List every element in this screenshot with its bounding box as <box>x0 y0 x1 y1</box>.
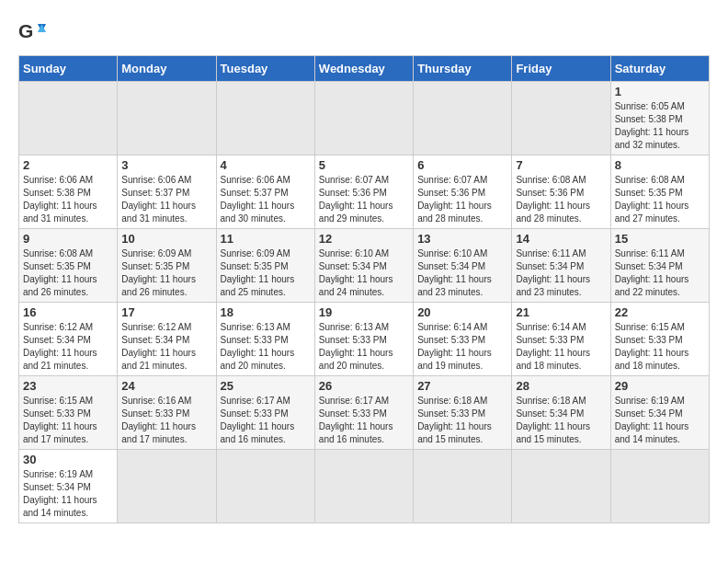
day-info: Sunrise: 6:16 AM Sunset: 5:33 PM Dayligh… <box>121 395 211 446</box>
day-info: Sunrise: 6:10 AM Sunset: 5:34 PM Dayligh… <box>417 247 507 299</box>
logo-icon: G <box>18 18 46 46</box>
calendar-cell: 15Sunrise: 6:11 AM Sunset: 5:34 PM Dayli… <box>610 229 709 303</box>
day-number: 5 <box>319 158 409 172</box>
day-number: 1 <box>615 85 705 98</box>
calendar-cell <box>118 450 216 523</box>
calendar-cell: 8Sunrise: 6:08 AM Sunset: 5:35 PM Daylig… <box>610 155 709 229</box>
calendar-cell: 17Sunrise: 6:12 AM Sunset: 5:34 PM Dayli… <box>118 303 216 376</box>
calendar-cell: 7Sunrise: 6:08 AM Sunset: 5:36 PM Daylig… <box>512 155 610 229</box>
day-info: Sunrise: 6:12 AM Sunset: 5:34 PM Dayligh… <box>121 321 211 373</box>
day-info: Sunrise: 6:06 AM Sunset: 5:37 PM Dayligh… <box>121 174 211 225</box>
calendar-header-friday: Friday <box>512 56 610 82</box>
day-info: Sunrise: 6:15 AM Sunset: 5:33 PM Dayligh… <box>615 321 705 373</box>
calendar-cell <box>414 82 512 155</box>
day-number: 8 <box>615 158 705 172</box>
day-number: 4 <box>221 158 311 172</box>
day-number: 20 <box>417 305 507 319</box>
day-info: Sunrise: 6:08 AM Sunset: 5:35 PM Dayligh… <box>615 174 705 225</box>
calendar-header-wednesday: Wednesday <box>314 56 413 82</box>
calendar-cell <box>216 82 314 155</box>
calendar-cell: 4Sunrise: 6:06 AM Sunset: 5:37 PM Daylig… <box>216 155 314 229</box>
day-number: 19 <box>319 305 409 319</box>
day-info: Sunrise: 6:07 AM Sunset: 5:36 PM Dayligh… <box>417 174 507 225</box>
calendar-cell <box>314 82 413 155</box>
calendar-cell: 12Sunrise: 6:10 AM Sunset: 5:34 PM Dayli… <box>314 229 413 303</box>
day-number: 6 <box>417 158 507 172</box>
calendar-header-sunday: Sunday <box>19 56 118 82</box>
calendar-header-row: SundayMondayTuesdayWednesdayThursdayFrid… <box>19 56 710 82</box>
day-number: 25 <box>221 379 311 393</box>
calendar-cell <box>216 450 314 523</box>
calendar-cell: 28Sunrise: 6:18 AM Sunset: 5:34 PM Dayli… <box>512 376 610 450</box>
day-number: 27 <box>417 379 507 393</box>
calendar-cell: 29Sunrise: 6:19 AM Sunset: 5:34 PM Dayli… <box>610 376 709 450</box>
day-number: 2 <box>23 158 113 172</box>
logo: G <box>18 18 50 46</box>
calendar-cell: 14Sunrise: 6:11 AM Sunset: 5:34 PM Dayli… <box>512 229 610 303</box>
day-number: 26 <box>319 379 409 393</box>
day-info: Sunrise: 6:18 AM Sunset: 5:33 PM Dayligh… <box>417 395 507 446</box>
calendar-cell: 13Sunrise: 6:10 AM Sunset: 5:34 PM Dayli… <box>414 229 512 303</box>
day-number: 15 <box>615 232 705 246</box>
calendar-cell: 22Sunrise: 6:15 AM Sunset: 5:33 PM Dayli… <box>610 303 709 376</box>
day-info: Sunrise: 6:18 AM Sunset: 5:34 PM Dayligh… <box>516 395 606 446</box>
calendar-week-6: 30Sunrise: 6:19 AM Sunset: 5:34 PM Dayli… <box>19 450 710 523</box>
calendar-table: SundayMondayTuesdayWednesdayThursdayFrid… <box>18 55 710 523</box>
day-info: Sunrise: 6:11 AM Sunset: 5:34 PM Dayligh… <box>615 247 705 299</box>
calendar-week-3: 9Sunrise: 6:08 AM Sunset: 5:35 PM Daylig… <box>19 229 710 303</box>
day-number: 13 <box>417 232 507 246</box>
calendar-cell: 10Sunrise: 6:09 AM Sunset: 5:35 PM Dayli… <box>118 229 216 303</box>
day-info: Sunrise: 6:07 AM Sunset: 5:36 PM Dayligh… <box>319 174 409 225</box>
calendar-cell: 18Sunrise: 6:13 AM Sunset: 5:33 PM Dayli… <box>216 303 314 376</box>
day-number: 14 <box>516 232 606 246</box>
day-info: Sunrise: 6:19 AM Sunset: 5:34 PM Dayligh… <box>23 468 113 520</box>
day-info: Sunrise: 6:19 AM Sunset: 5:34 PM Dayligh… <box>615 395 705 446</box>
day-number: 3 <box>121 158 211 172</box>
svg-text:G: G <box>18 20 33 41</box>
day-info: Sunrise: 6:05 AM Sunset: 5:38 PM Dayligh… <box>615 100 705 152</box>
calendar-cell: 23Sunrise: 6:15 AM Sunset: 5:33 PM Dayli… <box>19 376 118 450</box>
calendar-week-4: 16Sunrise: 6:12 AM Sunset: 5:34 PM Dayli… <box>19 303 710 376</box>
day-number: 30 <box>23 453 113 466</box>
calendar-header-tuesday: Tuesday <box>216 56 314 82</box>
day-info: Sunrise: 6:17 AM Sunset: 5:33 PM Dayligh… <box>319 395 409 446</box>
day-number: 21 <box>516 305 606 319</box>
calendar-cell: 20Sunrise: 6:14 AM Sunset: 5:33 PM Dayli… <box>414 303 512 376</box>
calendar-cell: 24Sunrise: 6:16 AM Sunset: 5:33 PM Dayli… <box>118 376 216 450</box>
day-number: 16 <box>23 305 113 319</box>
calendar-header-saturday: Saturday <box>610 56 709 82</box>
calendar-cell <box>512 82 610 155</box>
calendar-cell <box>314 450 413 523</box>
calendar-cell: 25Sunrise: 6:17 AM Sunset: 5:33 PM Dayli… <box>216 376 314 450</box>
day-number: 12 <box>319 232 409 246</box>
calendar-cell <box>19 82 118 155</box>
calendar-cell: 26Sunrise: 6:17 AM Sunset: 5:33 PM Dayli… <box>314 376 413 450</box>
day-info: Sunrise: 6:14 AM Sunset: 5:33 PM Dayligh… <box>417 321 507 373</box>
calendar-cell: 2Sunrise: 6:06 AM Sunset: 5:38 PM Daylig… <box>19 155 118 229</box>
calendar-header-monday: Monday <box>118 56 216 82</box>
day-number: 7 <box>516 158 606 172</box>
calendar-header-thursday: Thursday <box>414 56 512 82</box>
day-number: 17 <box>121 305 211 319</box>
day-info: Sunrise: 6:09 AM Sunset: 5:35 PM Dayligh… <box>121 247 211 299</box>
calendar-week-2: 2Sunrise: 6:06 AM Sunset: 5:38 PM Daylig… <box>19 155 710 229</box>
day-info: Sunrise: 6:17 AM Sunset: 5:33 PM Dayligh… <box>221 395 311 446</box>
calendar-cell: 11Sunrise: 6:09 AM Sunset: 5:35 PM Dayli… <box>216 229 314 303</box>
page-header: G <box>18 18 710 46</box>
calendar-cell <box>414 450 512 523</box>
day-number: 23 <box>23 379 113 393</box>
day-number: 29 <box>615 379 705 393</box>
day-info: Sunrise: 6:13 AM Sunset: 5:33 PM Dayligh… <box>319 321 409 373</box>
day-info: Sunrise: 6:14 AM Sunset: 5:33 PM Dayligh… <box>516 321 606 373</box>
day-number: 9 <box>23 232 113 246</box>
calendar-cell <box>118 82 216 155</box>
day-number: 18 <box>221 305 311 319</box>
day-info: Sunrise: 6:09 AM Sunset: 5:35 PM Dayligh… <box>221 247 311 299</box>
day-number: 10 <box>121 232 211 246</box>
calendar-cell: 21Sunrise: 6:14 AM Sunset: 5:33 PM Dayli… <box>512 303 610 376</box>
day-number: 28 <box>516 379 606 393</box>
calendar-cell: 16Sunrise: 6:12 AM Sunset: 5:34 PM Dayli… <box>19 303 118 376</box>
calendar-cell <box>610 450 709 523</box>
day-number: 24 <box>121 379 211 393</box>
calendar-cell <box>512 450 610 523</box>
